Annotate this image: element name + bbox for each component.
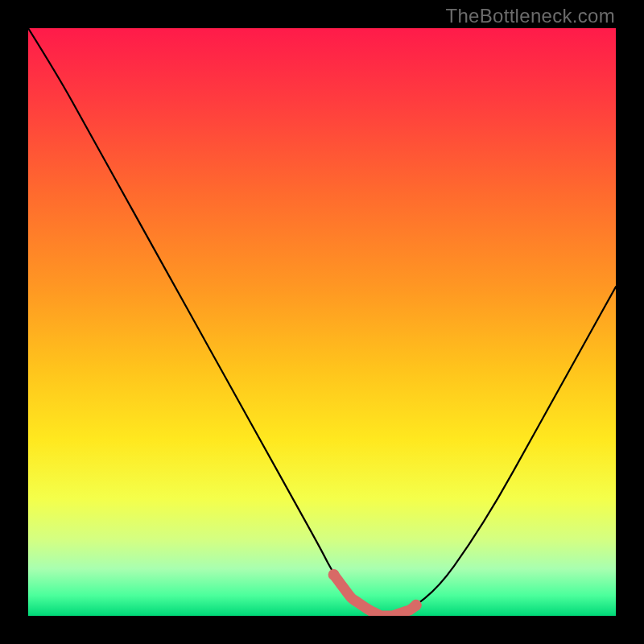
- plot-area: [28, 28, 616, 616]
- watermark-text: TheBottleneck.com: [445, 5, 615, 27]
- highlight-end-dot: [411, 600, 422, 611]
- chart-frame: TheBottleneck.com: [0, 0, 644, 644]
- highlight-start-dot: [328, 569, 340, 580]
- bottleneck-curve: [28, 28, 616, 616]
- highlight-segment: [334, 575, 416, 616]
- curve-layer: [28, 28, 616, 616]
